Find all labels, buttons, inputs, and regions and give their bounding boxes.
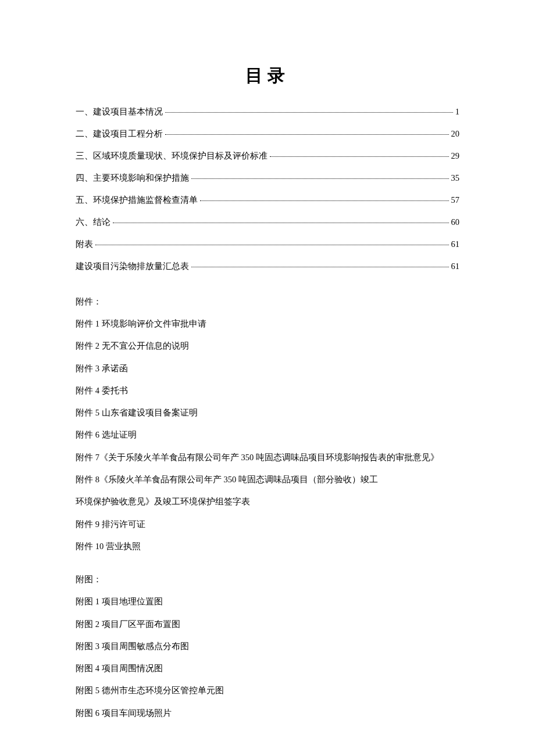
- toc-label: 五、环境保护措施监督检查清单: [76, 195, 198, 206]
- table-of-contents: 一、建设项目基本情况 1 二、建设项目工程分析 20 三、区域环境质量现状、环境…: [76, 106, 459, 272]
- toc-page: 60: [451, 217, 460, 227]
- figure-item: 附图 1 项目地理位置图: [76, 596, 459, 607]
- toc-entry: 一、建设项目基本情况 1: [76, 106, 459, 117]
- toc-entry: 三、区域环境质量现状、环境保护目标及评价标准 29: [76, 151, 459, 162]
- attachment-item: 附件 2 无不宜公开信息的说明: [76, 340, 459, 352]
- attachment-item: 附件 9 排污许可证: [76, 518, 459, 530]
- toc-page: 61: [451, 239, 460, 249]
- toc-page: 20: [451, 129, 460, 139]
- toc-dots: [191, 178, 449, 179]
- toc-dots: [165, 134, 449, 135]
- attachment-item: 附件 5 山东省建设项目备案证明: [76, 407, 459, 418]
- toc-entry: 二、建设项目工程分析 20: [76, 128, 459, 139]
- figures-section: 附图： 附图 1 项目地理位置图 附图 2 项目厂区平面布置图 附图 3 项目周…: [76, 574, 459, 719]
- toc-page: 61: [451, 261, 460, 271]
- attachments-section: 附件： 附件 1 环境影响评价文件审批申请 附件 2 无不宜公开信息的说明 附件…: [76, 296, 459, 552]
- toc-label: 二、建设项目工程分析: [76, 128, 163, 139]
- figure-item: 附图 4 项目周围情况图: [76, 662, 459, 674]
- attachment-item: 附件 8《乐陵火羊羊食品有限公司年产 350 吨固态调味品项目（部分验收）竣工: [76, 474, 459, 485]
- toc-label: 六、结论: [76, 217, 110, 228]
- toc-entry: 建设项目污染物排放量汇总表 61: [76, 261, 459, 272]
- toc-page: 1: [455, 107, 459, 117]
- toc-entry: 四、主要环境影响和保护措施 35: [76, 173, 459, 184]
- toc-label: 三、区域环境质量现状、环境保护目标及评价标准: [76, 151, 268, 162]
- attachment-item: 附件 10 营业执照: [76, 540, 459, 552]
- attachment-item: 附件 6 选址证明: [76, 429, 459, 440]
- toc-page: 29: [451, 151, 460, 161]
- toc-entry: 附表 61: [76, 239, 459, 250]
- toc-label: 四、主要环境影响和保护措施: [76, 173, 189, 184]
- toc-page: 57: [451, 195, 460, 205]
- figure-item: 附图 6 项目车间现场照片: [76, 707, 459, 719]
- attachment-item: 附件 4 委托书: [76, 385, 459, 396]
- figures-heading: 附图：: [76, 574, 459, 585]
- toc-label: 一、建设项目基本情况: [76, 106, 163, 117]
- attachment-item: 环境保护验收意见》及竣工环境保护组签字表: [76, 496, 459, 507]
- toc-dots: [191, 267, 449, 267]
- attachment-item: 附件 1 环境影响评价文件审批申请: [76, 318, 459, 329]
- toc-label: 建设项目污染物排放量汇总表: [76, 261, 189, 272]
- attachment-item: 附件 3 承诺函: [76, 363, 459, 374]
- toc-dots: [113, 223, 449, 223]
- figure-item: 附图 2 项目厂区平面布置图: [76, 618, 459, 630]
- toc-dots: [200, 200, 449, 201]
- toc-dots: [270, 156, 449, 157]
- figure-item: 附图 5 德州市生态环境分区管控单元图: [76, 685, 459, 696]
- toc-dots: [95, 245, 449, 245]
- toc-entry: 五、环境保护措施监督检查清单 57: [76, 195, 459, 206]
- toc-dots: [165, 112, 453, 113]
- page-title: 目录: [76, 64, 459, 88]
- toc-label: 附表: [76, 239, 93, 250]
- toc-page: 35: [451, 173, 460, 183]
- figure-item: 附图 3 项目周围敏感点分布图: [76, 640, 459, 652]
- attachment-item: 附件 7《关于乐陵火羊羊食品有限公司年产 350 吨固态调味品项目环境影响报告表…: [76, 452, 459, 463]
- toc-entry: 六、结论 60: [76, 217, 459, 228]
- attachments-heading: 附件：: [76, 296, 459, 307]
